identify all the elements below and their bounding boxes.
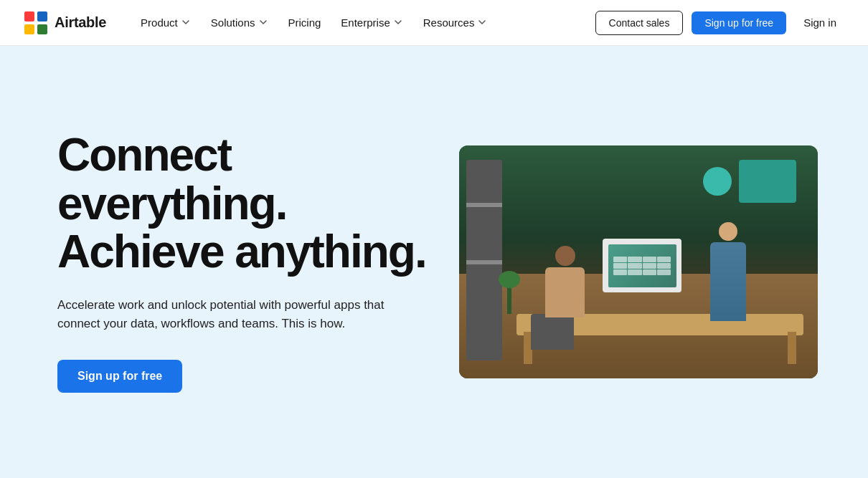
- nav-item-pricing[interactable]: Pricing: [280, 11, 330, 34]
- scene-monitor: [603, 239, 681, 292]
- monitor-cell: [613, 263, 627, 269]
- scene-person-sitting: [545, 246, 585, 317]
- contact-sales-button[interactable]: Contact sales: [595, 11, 684, 35]
- hero-scene: [459, 145, 818, 378]
- monitor-cell: [613, 257, 627, 262]
- signin-button[interactable]: Sign in: [795, 11, 845, 34]
- svg-rect-3: [37, 24, 47, 34]
- svg-rect-0: [24, 11, 34, 21]
- signup-button-hero[interactable]: Sign up for free: [57, 360, 182, 393]
- monitor-cell: [613, 269, 627, 275]
- svg-rect-2: [24, 24, 34, 34]
- hero-headline: Connect everything. Achieve anything.: [57, 131, 430, 276]
- hero-image: [459, 145, 818, 378]
- nav-item-enterprise[interactable]: Enterprise: [332, 11, 411, 34]
- scene-monitor-grid: [613, 257, 671, 275]
- nav-item-solutions[interactable]: Solutions: [202, 11, 277, 34]
- plant-leaves: [499, 271, 520, 288]
- monitor-cell: [628, 263, 641, 269]
- scene-person-standing: [710, 222, 746, 321]
- monitor-cell: [657, 257, 671, 262]
- monitor-cell: [643, 257, 656, 262]
- logo-link[interactable]: Airtable: [23, 10, 106, 36]
- main-nav: Airtable Product Solutions Pricing Enter…: [0, 0, 868, 46]
- nav-item-resources[interactable]: Resources: [415, 11, 496, 34]
- resources-chevron-icon: [477, 18, 487, 28]
- person2-head: [719, 222, 737, 241]
- monitor-cell: [643, 269, 656, 275]
- person1-body: [545, 267, 585, 317]
- person2-body: [710, 242, 746, 321]
- scene-monitor-screen: [608, 244, 676, 287]
- scene-shelf: [466, 160, 502, 360]
- hero-image-area: [430, 145, 818, 378]
- person1-head: [555, 246, 575, 266]
- nav-item-product[interactable]: Product: [132, 11, 199, 34]
- scene-table-leg-right: [788, 332, 796, 364]
- enterprise-chevron-icon: [393, 18, 403, 28]
- monitor-cell: [628, 257, 641, 262]
- product-chevron-icon: [181, 18, 191, 28]
- monitor-cell: [643, 263, 656, 269]
- svg-rect-1: [37, 11, 47, 21]
- hero-section: Connect everything. Achieve anything. Ac…: [0, 46, 868, 478]
- scene-teal-object-2: [703, 167, 732, 196]
- nav-actions: Contact sales Sign up for free Sign in: [595, 11, 845, 35]
- monitor-cell: [657, 263, 671, 269]
- logo-text: Airtable: [55, 14, 106, 31]
- solutions-chevron-icon: [258, 18, 268, 28]
- signup-button-nav[interactable]: Sign up for free: [692, 11, 786, 34]
- airtable-logo-icon: [23, 10, 49, 36]
- nav-links: Product Solutions Pricing Enterprise Res…: [132, 11, 595, 34]
- hero-subtext: Accelerate work and unlock potential wit…: [57, 296, 402, 334]
- monitor-cell: [657, 269, 671, 275]
- scene-plant: [499, 271, 520, 314]
- scene-chair: [531, 314, 574, 350]
- scene-teal-object-1: [739, 160, 796, 203]
- hero-content: Connect everything. Achieve anything. Ac…: [57, 131, 430, 392]
- monitor-cell: [628, 269, 641, 275]
- plant-stem: [507, 285, 511, 314]
